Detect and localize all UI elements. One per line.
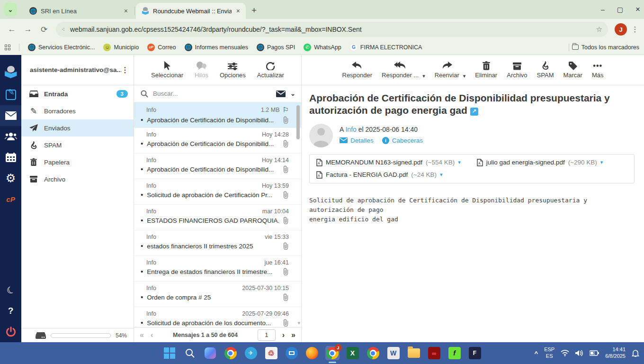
message-row[interactable]: Info2025-07-29 09:46 •Solicitud de aprob…: [134, 307, 301, 327]
bookmark-servicios[interactable]: 🌐 Servicios Electrónic...: [28, 44, 95, 51]
window-maximize-button[interactable]: ▢: [617, 6, 623, 13]
new-tab-button[interactable]: +: [251, 5, 257, 16]
bookmark-star-icon[interactable]: ☆: [596, 25, 602, 34]
details-toggle[interactable]: Detalles: [340, 137, 374, 144]
reply-all-button[interactable]: Responder ...: [382, 60, 419, 79]
first-page-button[interactable]: «: [140, 331, 144, 339]
site-settings-icon[interactable]: ⁖: [62, 26, 65, 33]
scroll-down-icon[interactable]: ▾: [297, 320, 300, 326]
prev-page-button[interactable]: ‹: [151, 331, 153, 339]
reply-button[interactable]: Responder: [342, 60, 373, 79]
rail-item-cpanel[interactable]: cP: [0, 189, 21, 209]
taskbar-search[interactable]: [183, 346, 197, 360]
delete-button[interactable]: Eliminar: [475, 60, 497, 79]
copilot-app[interactable]: [203, 346, 217, 360]
file-explorer-app[interactable]: [407, 346, 421, 360]
message-row[interactable]: Infomar 10:04 •ESTADOS FINANCIEROS GAD P…: [134, 205, 301, 230]
rail-item-calendar[interactable]: [0, 147, 21, 168]
refresh-button[interactable]: Actualizar: [257, 60, 284, 79]
message-row[interactable]: InfoHoy 14:14 •Aprobación de Certificaci…: [134, 154, 301, 179]
wifi-icon[interactable]: [561, 350, 569, 356]
remote-desktop-app[interactable]: [285, 346, 299, 360]
firefox-app[interactable]: [305, 346, 319, 360]
word-app[interactable]: W: [386, 346, 401, 360]
compose-button[interactable]: [0, 84, 21, 105]
search-input[interactable]: Buscar...: [153, 90, 271, 97]
attachment-menu-icon[interactable]: ▾: [458, 159, 461, 165]
back-button[interactable]: ←: [5, 22, 19, 36]
scope-envelope-icon[interactable]: [276, 91, 286, 97]
list-scrollbar[interactable]: [296, 104, 300, 318]
next-page-button[interactable]: ›: [282, 331, 285, 339]
threads-button[interactable]: Hilos: [195, 60, 208, 79]
roundcube-logo[interactable]: [0, 60, 21, 84]
chrome-profile-2-app[interactable]: [366, 346, 380, 360]
tab-sri[interactable]: 🌐 SRI en Línea ×: [24, 3, 134, 19]
mark-button[interactable]: Marcar: [563, 60, 582, 79]
attachment-item[interactable]: A Factura - ENERGIA GAD.pdf (~24 KB) ▾: [316, 171, 627, 179]
flag-icon[interactable]: ⚐: [283, 106, 289, 114]
message-row[interactable]: Info1.2 MB⚐ •Aprobación de Certificación…: [134, 102, 301, 128]
forward-button[interactable]: →: [21, 22, 35, 36]
headers-toggle[interactable]: i Cabeceras: [382, 137, 423, 144]
reload-button[interactable]: ⟳: [37, 22, 51, 36]
logout-button[interactable]: [0, 321, 21, 342]
apps-grid-icon[interactable]: [5, 45, 10, 50]
profile-avatar[interactable]: J: [615, 23, 627, 36]
open-in-new-window-icon[interactable]: ↗: [470, 108, 478, 116]
close-tab-icon[interactable]: ×: [235, 7, 241, 15]
window-minimize-button[interactable]: –: [601, 6, 605, 13]
tray-chevron-icon[interactable]: ^: [535, 350, 538, 357]
forward-caret-icon[interactable]: ▾: [463, 73, 466, 79]
message-row[interactable]: InfoHoy 14:28 •Aprobación de Certificaci…: [134, 128, 301, 154]
search-options-chevron-icon[interactable]: ⌄: [290, 90, 295, 97]
rail-item-contacts[interactable]: [0, 126, 21, 147]
volume-icon[interactable]: [575, 350, 583, 356]
telegram-app[interactable]: ✈: [244, 346, 258, 360]
attachment-menu-icon[interactable]: ▾: [440, 172, 443, 178]
battery-icon[interactable]: [590, 350, 599, 356]
rail-item-mail[interactable]: [0, 105, 21, 126]
select-button[interactable]: Seleccionar: [151, 60, 183, 79]
page-number-input[interactable]: 1: [258, 329, 276, 341]
clock[interactable]: 14:416/8/2025: [605, 346, 626, 360]
chrome-active-window[interactable]: J: [325, 346, 340, 360]
options-button[interactable]: Opciones: [220, 60, 246, 79]
address-bar[interactable]: ⁖ webmail.sanjuan.gob.ec/cpsess152542474…: [56, 22, 608, 37]
folder-enviados[interactable]: Enviados: [21, 119, 134, 136]
search-bar[interactable]: Buscar... ⌄: [134, 85, 301, 102]
all-bookmarks[interactable]: Todos los marcadores: [569, 44, 639, 51]
dark-mode-toggle[interactable]: ☾: [0, 280, 21, 300]
bookmark-correo[interactable]: cP Correo: [147, 44, 176, 51]
attachment-menu-icon[interactable]: ▾: [600, 159, 603, 165]
bookmark-municipio[interactable]: ☺ Municipio: [103, 44, 139, 51]
window-close-button[interactable]: ×: [635, 5, 640, 14]
help-button[interactable]: ?: [0, 300, 21, 321]
language-indicator[interactable]: ESPES: [544, 346, 555, 360]
browser-menu-icon[interactable]: ⋮: [631, 25, 639, 34]
forward-button[interactable]: Reenviar: [435, 60, 459, 79]
reply-all-caret-icon[interactable]: ▾: [422, 73, 425, 79]
archive-button[interactable]: Archivo: [507, 60, 527, 79]
recipient-link[interactable]: Info: [345, 126, 356, 133]
notification-bell-icon[interactable]: z: [632, 349, 639, 357]
message-row[interactable]: Infojue 16:41 •Entrega de estados financ…: [134, 256, 301, 282]
bookmark-firma[interactable]: G FIRMA ELECTRONICA: [350, 44, 422, 51]
green-f-app[interactable]: f: [447, 346, 462, 360]
tab-search-button[interactable]: ⌄: [4, 3, 17, 16]
bookmark-informes[interactable]: 🌐 Informes mensuales: [185, 44, 249, 51]
message-row[interactable]: InfoHoy 13:59 •Solicitud de aprobación d…: [134, 179, 301, 205]
folder-papelera[interactable]: Papelera: [21, 154, 134, 171]
acrobat-app[interactable]: ∞: [427, 346, 441, 360]
account-menu-icon[interactable]: ⋮: [121, 65, 129, 74]
bookmark-whatsapp[interactable]: ✆ WhatsApp: [304, 44, 341, 51]
chrome-app[interactable]: [224, 346, 238, 360]
more-button[interactable]: ••• Más: [592, 60, 604, 79]
message-row[interactable]: Info2025-07-30 10:15 •Orden de compra # …: [134, 282, 301, 307]
folder-borradores[interactable]: ✎ Borradores: [21, 102, 134, 119]
bookmark-pagos-spi[interactable]: 🌐 Pagos SPI: [257, 44, 295, 51]
folder-entrada[interactable]: Entrada 3: [21, 85, 134, 102]
rail-item-settings[interactable]: ⚙: [0, 168, 21, 189]
message-row[interactable]: Infovie 15:33 •estados financieros II tr…: [134, 230, 301, 256]
attachment-item[interactable]: A MEMORANDUM N163-signed.pdf (~554 KB) ▾: [316, 159, 461, 166]
